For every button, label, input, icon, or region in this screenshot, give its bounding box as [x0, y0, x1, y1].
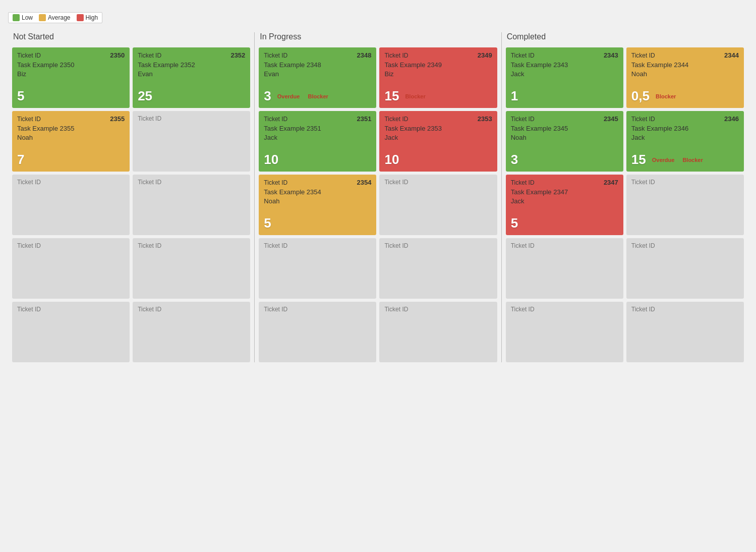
card-2344[interactable]: Ticket ID 2344 Task Example 2344 Noah 0,…	[626, 47, 744, 108]
card-points: 25	[138, 88, 152, 104]
ticket-id: 2355	[110, 115, 125, 123]
legend-label: High	[86, 14, 98, 21]
card-task: Task Example 2345	[511, 125, 618, 132]
card-empty: Ticket ID	[133, 238, 250, 299]
card-body: Task Example 2355 Noah	[17, 123, 125, 152]
card-assignee: Evan	[264, 70, 371, 78]
column-title-in-progress: In Progress	[259, 32, 497, 41]
card-assignee: Jack	[384, 134, 492, 141]
legend-label: Average	[48, 14, 70, 21]
card-empty: Ticket ID	[133, 175, 250, 235]
card-2345[interactable]: Ticket ID 2345 Task Example 2345 Noah 3	[506, 111, 623, 172]
ticket-label: Ticket ID	[264, 52, 287, 59]
card-body: Task Example 2346 Jack	[631, 123, 739, 152]
ticket-id: 2348	[357, 51, 372, 59]
card-assignee: Noah	[631, 70, 739, 78]
card-header: Ticket ID 2345	[511, 115, 618, 123]
card-task: Task Example 2350	[17, 61, 125, 69]
card-points: 10	[264, 152, 278, 168]
ticket-label: Ticket ID	[17, 242, 41, 249]
card-assignee: Noah	[511, 134, 618, 141]
ticket-label: Ticket ID	[17, 52, 41, 59]
card-header: Ticket ID 2354	[264, 179, 371, 186]
ticket-label: Ticket ID	[384, 306, 408, 313]
card-body: Task Example 2351 Jack	[264, 123, 371, 152]
card-body: Task Example 2352 Evan	[138, 59, 245, 88]
card-assignee: Jack	[511, 197, 618, 205]
card-points: 7	[17, 152, 24, 168]
card-footer: 10	[264, 152, 371, 168]
ticket-id: 2344	[724, 51, 739, 59]
card-header: Ticket ID 2344	[631, 51, 739, 59]
board: Not Started Ticket ID 2350 Task Example …	[8, 32, 748, 362]
ticket-label: Ticket ID	[511, 179, 535, 186]
card-footer: 0,5Blocker	[631, 88, 739, 104]
card-points: 3	[511, 152, 518, 168]
ticket-label: Ticket ID	[138, 52, 161, 59]
badge-overdue: Overdue	[650, 156, 677, 163]
card-empty: Ticket ID	[133, 111, 250, 172]
card-header: Ticket ID 2343	[511, 51, 618, 59]
ticket-label: Ticket ID	[631, 116, 655, 123]
card-2355[interactable]: Ticket ID 2355 Task Example 2355 Noah 7	[12, 111, 130, 172]
card-2354[interactable]: Ticket ID 2354 Task Example 2354 Noah 5	[259, 175, 376, 235]
card-empty: Ticket ID	[259, 302, 376, 362]
ticket-label: Ticket ID	[17, 116, 41, 123]
badge-overdue: Overdue	[275, 93, 302, 100]
card-task: Task Example 2348	[264, 61, 371, 69]
card-2352[interactable]: Ticket ID 2352 Task Example 2352 Evan 25	[133, 47, 250, 108]
card-footer: 3OverdueBlocker	[264, 88, 371, 104]
card-2348[interactable]: Ticket ID 2348 Task Example 2348 Evan 3O…	[259, 47, 376, 108]
card-footer: 1	[511, 88, 618, 104]
card-task: Task Example 2347	[511, 188, 618, 196]
card-points: 10	[384, 152, 399, 168]
ticket-label: Ticket ID	[17, 306, 41, 313]
card-task: Task Example 2351	[264, 125, 371, 132]
card-points: 15	[384, 88, 399, 104]
card-empty: Ticket ID	[379, 238, 497, 299]
card-points: 5	[511, 215, 518, 231]
badge-blocker: Blocker	[654, 93, 678, 100]
card-2353[interactable]: Ticket ID 2353 Task Example 2353 Jack 10	[379, 111, 497, 172]
card-header: Ticket ID 2352	[138, 51, 245, 59]
card-points: 1	[511, 88, 518, 104]
card-empty: Ticket ID	[12, 238, 130, 299]
ticket-label: Ticket ID	[511, 116, 535, 123]
badge-blocker: Blocker	[680, 156, 705, 163]
cards-grid-not-started: Ticket ID 2350 Task Example 2350 Biz 5 T…	[12, 47, 250, 362]
legend-item: Average	[39, 14, 70, 21]
card-2346[interactable]: Ticket ID 2346 Task Example 2346 Jack 15…	[626, 111, 744, 172]
card-header: Ticket ID 2349	[384, 51, 492, 59]
card-assignee: Jack	[511, 70, 618, 78]
ticket-label: Ticket ID	[384, 242, 408, 249]
card-body: Task Example 2353 Jack	[384, 123, 492, 152]
card-header: Ticket ID 2350	[17, 51, 125, 59]
card-task: Task Example 2352	[138, 61, 245, 69]
card-footer: 3	[511, 152, 618, 168]
card-2350[interactable]: Ticket ID 2350 Task Example 2350 Biz 5	[12, 47, 130, 108]
card-footer: 5	[511, 215, 618, 231]
card-points: 0,5	[631, 88, 650, 104]
column-title-not-started: Not Started	[12, 32, 250, 41]
ticket-label: Ticket ID	[511, 306, 535, 313]
ticket-label: Ticket ID	[631, 242, 655, 249]
card-2347[interactable]: Ticket ID 2347 Task Example 2347 Jack 5	[506, 175, 623, 235]
card-empty: Ticket ID	[626, 175, 744, 235]
ticket-id: 2343	[604, 51, 618, 59]
card-points: 5	[17, 88, 24, 104]
ticket-label: Ticket ID	[264, 116, 287, 123]
card-assignee: Biz	[17, 70, 125, 78]
legend-color	[39, 14, 46, 21]
card-2343[interactable]: Ticket ID 2343 Task Example 2343 Jack 1	[506, 47, 623, 108]
card-assignee: Noah	[264, 197, 371, 205]
card-empty: Ticket ID	[506, 238, 623, 299]
ticket-id: 2349	[478, 51, 492, 59]
card-assignee: Evan	[138, 70, 245, 78]
ticket-id: 2346	[724, 115, 739, 123]
badge-blocker: Blocker	[403, 93, 427, 100]
card-2349[interactable]: Ticket ID 2349 Task Example 2349 Biz 15B…	[379, 47, 497, 108]
card-footer: 15Blocker	[384, 88, 492, 104]
card-header: Ticket ID 2353	[384, 115, 492, 123]
card-2351[interactable]: Ticket ID 2351 Task Example 2351 Jack 10	[259, 111, 376, 172]
ticket-label: Ticket ID	[138, 179, 161, 186]
